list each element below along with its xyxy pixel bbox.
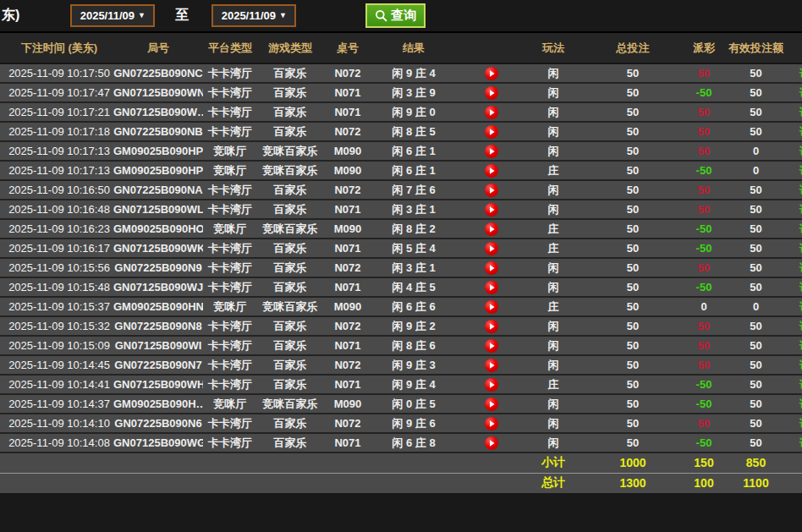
cell-bet-time: 2025-11-09 10:16:50 [5,180,113,200]
cell-total-bet: 50 [579,83,687,102]
cell-result: 闲 9 庄 0 [372,102,455,122]
play-icon [484,85,499,101]
play-video-button[interactable] [484,183,499,198]
cell-play-type: 闲 [528,180,579,200]
play-video-button[interactable] [484,105,499,120]
cell-video [455,63,528,83]
cell-platform-type: 卡卡湾厅 [203,239,257,258]
play-video-button[interactable] [484,358,499,373]
play-video-button[interactable] [484,416,499,431]
play-video-button[interactable] [484,241,499,256]
col-header-result: 结果 [372,33,455,63]
play-video-button[interactable] [484,202,499,217]
cell-total-bet: 50 [579,141,687,161]
cell-play-type: 闲 [528,258,579,277]
play-video-button[interactable] [484,163,499,178]
cell-details-clipped: 详 [791,102,802,122]
play-icon [484,338,499,354]
date-from-select[interactable]: 2025/11/09 ▼ [70,4,155,27]
cell-game-type: 百家乐 [257,180,323,200]
play-icon [484,222,499,237]
cell-platform-type: 卡卡湾厅 [203,63,257,83]
cell-payout: -50 [687,375,721,394]
cell-table-no: M090 [323,161,372,180]
play-video-button[interactable] [484,338,499,354]
cell-video [455,200,528,219]
cell-game-type: 百家乐 [257,277,323,297]
cell-game-type: 百家乐 [257,200,323,219]
cell-video [455,258,528,277]
table-row: 2025-11-09 10:17:13 GM09025B090HP 竞咪厅 竞咪… [0,161,802,180]
play-video-button[interactable] [484,280,499,295]
play-icon [484,416,499,431]
subtotal-valid: 850 [721,452,791,473]
col-header-edge-right [791,33,802,63]
cell-round-id: GN07225B090NC [113,63,203,83]
cell-round-id: GN07225B090NB [113,122,203,141]
play-icon [484,299,499,315]
cell-platform-type: 卡卡湾厅 [203,433,257,452]
cell-result: 闲 9 庄 2 [372,316,455,336]
cell-play-type: 庄 [528,239,579,258]
cell-valid-bet: 50 [721,277,791,297]
play-video-button[interactable] [484,299,499,315]
play-video-button[interactable] [484,124,499,140]
cell-bet-time: 2025-11-09 10:16:17 [5,239,113,258]
cell-table-no: N071 [323,433,372,452]
cell-table-no: N071 [323,375,372,394]
play-video-button[interactable] [484,85,499,101]
play-video-button[interactable] [484,261,499,276]
cell-game-type: 竞咪百家乐 [257,219,323,239]
play-video-button[interactable] [484,377,499,392]
cell-valid-bet: 50 [721,239,791,258]
query-button-label: 查询 [391,8,416,24]
play-video-button[interactable] [484,66,499,81]
cell-table-no: N071 [323,102,372,122]
cell-result: 闲 4 庄 5 [372,277,455,297]
cell-round-id: GN07125B090W… [113,102,203,122]
cell-bet-time: 2025-11-09 10:17:21 [5,102,113,122]
play-video-button[interactable] [484,319,499,334]
clipped-label: 东) [2,7,19,25]
cell-result: 闲 8 庄 2 [372,219,455,239]
play-video-button[interactable] [484,222,499,237]
cell-payout: 50 [687,414,721,433]
cell-payout: 50 [687,200,721,219]
play-video-button[interactable] [484,397,499,412]
cell-result: 闲 8 庄 5 [372,122,455,141]
play-video-button[interactable] [484,144,499,159]
cell-table-no: N072 [323,180,372,200]
cell-table-no: N071 [323,277,372,297]
cell-bet-time: 2025-11-09 10:14:37 [5,394,113,414]
cell-bet-time: 2025-11-09 10:17:13 [5,161,113,180]
cell-payout: -50 [687,394,721,414]
cell-result: 闲 8 庄 6 [372,336,455,355]
cell-round-id: GM09025B090HN [113,297,203,316]
cell-details-clipped: 详 [791,200,802,219]
cell-video [455,297,528,316]
cell-platform-type: 竞咪厅 [203,394,257,414]
cell-game-type: 百家乐 [257,258,323,277]
cell-result: 闲 7 庄 6 [372,180,455,200]
table-row: 2025-11-09 10:15:37 GM09025B090HN 竞咪厅 竞咪… [0,297,802,316]
play-video-button[interactable] [484,436,499,451]
date-to-select[interactable]: 2025/11/09 ▼ [211,4,296,27]
cell-result: 闲 9 庄 4 [372,63,455,83]
cell-play-type: 庄 [528,161,579,180]
col-header-time: 下注时间 (美东) [5,33,113,63]
cell-video [455,355,528,375]
query-button[interactable]: 查询 [365,3,426,28]
cell-payout: 50 [687,63,721,83]
play-icon [484,261,499,276]
cell-video [455,180,528,200]
cell-details-clipped: 详 [791,161,802,180]
cell-round-id: GN07125B090WK [113,239,203,258]
subtotal-row: 小计 1000 150 850 [0,452,802,473]
cell-round-id: GM09025B090HP [113,141,203,161]
cell-platform-type: 竞咪厅 [203,297,257,316]
cell-payout: -50 [687,161,721,180]
cell-platform-type: 卡卡湾厅 [203,336,257,355]
cell-bet-time: 2025-11-09 10:17:18 [5,122,113,141]
table-row: 2025-11-09 10:15:56 GN07225B090N9 卡卡湾厅 百… [0,258,802,277]
cell-total-bet: 50 [579,277,687,297]
